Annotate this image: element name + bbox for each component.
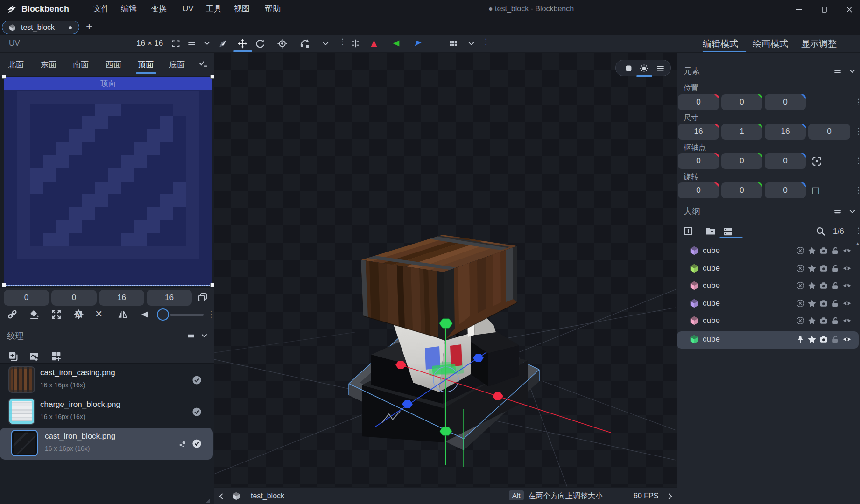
grid-view-icon[interactable]	[448, 38, 458, 49]
texture-row-block-selected[interactable]: cast_iron_block.png 16 x 16px (16x)	[0, 428, 213, 460]
uv-fill-icon[interactable]	[28, 308, 40, 320]
viewport-3d[interactable]	[214, 53, 677, 487]
texture-particles-icon[interactable]	[177, 439, 188, 449]
position-y-input[interactable]: 0	[721, 94, 762, 110]
grid-more-icon[interactable]: ⋮	[482, 38, 490, 46]
autouv-camera-icon[interactable]	[819, 264, 828, 273]
cube-name[interactable]: cube	[703, 246, 720, 255]
outliner-options-icon[interactable]	[833, 207, 842, 217]
uv-x-input[interactable]: 0	[4, 290, 49, 306]
close-button[interactable]	[845, 5, 853, 14]
texture-row-charge[interactable]: charge_iron_block.png 16 x 16px (16x)	[0, 396, 214, 428]
import-texture-icon[interactable]	[28, 350, 40, 362]
outliner-row[interactable]: cube	[677, 278, 859, 294]
face-tab-top[interactable]: 顶面	[138, 59, 154, 70]
autouv-camera-icon[interactable]	[819, 335, 828, 344]
uv-opacity-slider-knob[interactable]	[157, 308, 169, 321]
uv-clear-icon[interactable]: ×	[95, 307, 102, 321]
visibility-eye-icon[interactable]	[842, 281, 852, 290]
uv-maximize-icon[interactable]	[50, 308, 62, 320]
uv-chevron-down-icon[interactable]	[203, 39, 211, 48]
tool-more-icon[interactable]: ⋮	[338, 38, 346, 46]
size-z-input[interactable]: 16	[765, 124, 806, 140]
visibility-eye-icon[interactable]	[842, 299, 852, 308]
cube-name[interactable]: cube	[703, 335, 720, 344]
pivot-x-input[interactable]: 0	[678, 153, 719, 169]
size-y-input[interactable]: 1	[721, 124, 762, 140]
resize-tool[interactable]	[299, 38, 310, 49]
lighting-sun-icon[interactable]	[639, 63, 649, 73]
add-group-icon[interactable]	[705, 225, 716, 237]
texture-enabled-icon[interactable]	[191, 375, 202, 385]
position-x-input[interactable]: 0	[678, 94, 719, 110]
move-tool[interactable]	[237, 38, 248, 49]
pivot-z-input[interactable]: 0	[765, 153, 806, 169]
solid-shading-icon[interactable]	[624, 64, 633, 73]
uv-rotate-icon[interactable]	[139, 309, 149, 320]
autouv-camera-icon[interactable]	[819, 299, 828, 308]
face-tab-east[interactable]: 东面	[41, 59, 56, 70]
grid-chevron-down-icon[interactable]	[467, 39, 476, 48]
x-axis-mirror-icon[interactable]	[369, 38, 379, 49]
export-toggle-icon[interactable]	[796, 299, 805, 308]
pivot-more-icon[interactable]: ⋮	[854, 157, 860, 165]
shade-star-icon[interactable]	[807, 335, 817, 344]
minimize-button[interactable]	[795, 5, 803, 14]
outliner-row[interactable]: cube	[677, 260, 859, 276]
autouv-camera-icon[interactable]	[819, 316, 828, 325]
menu-file[interactable]: 文件	[93, 0, 109, 18]
texture-enabled-icon[interactable]	[191, 438, 202, 449]
pivot-tool[interactable]	[277, 38, 288, 49]
lock-icon[interactable]	[831, 246, 840, 255]
autouv-camera-icon[interactable]	[819, 281, 828, 290]
breadcrumb-back-icon[interactable]	[218, 492, 226, 500]
y-axis-mirror-icon[interactable]	[391, 38, 401, 49]
export-toggle-icon[interactable]	[796, 246, 805, 255]
cube-name[interactable]: cube	[703, 299, 720, 308]
panel-resize-grip[interactable]	[206, 498, 210, 503]
lock-icon[interactable]	[831, 299, 840, 308]
tab-display-mode[interactable]: 显示调整	[801, 38, 837, 50]
pin-icon[interactable]	[796, 335, 805, 344]
uv-options-icon[interactable]	[187, 39, 197, 49]
menu-tools[interactable]: 工具	[206, 0, 222, 18]
vertex-snap-tool[interactable]	[218, 38, 228, 49]
shade-star-icon[interactable]	[807, 246, 817, 255]
cube-name[interactable]: cube	[703, 316, 720, 325]
tab-edit-mode[interactable]: 编辑模式	[703, 38, 738, 50]
rotation-z-input[interactable]: 0	[765, 182, 806, 198]
uv-opacity-slider-track[interactable]	[170, 314, 204, 316]
visibility-eye-icon[interactable]	[842, 316, 852, 325]
rotation-y-input[interactable]: 0	[721, 182, 762, 198]
export-toggle-icon[interactable]	[796, 264, 805, 273]
menu-help[interactable]: 帮助	[265, 0, 281, 18]
export-toggle-icon[interactable]	[796, 281, 805, 290]
lock-icon[interactable]	[831, 281, 840, 290]
shade-star-icon[interactable]	[807, 264, 817, 273]
outliner-row[interactable]: cube	[677, 331, 859, 349]
face-tab-north[interactable]: 北面	[8, 59, 24, 70]
uv-height-input[interactable]: 16	[147, 290, 192, 306]
visibility-eye-icon[interactable]	[842, 335, 852, 344]
viewport-menu-icon[interactable]	[656, 64, 665, 73]
autouv-camera-icon[interactable]	[819, 246, 828, 255]
new-tab-button[interactable]: +	[86, 19, 92, 35]
size-x-input[interactable]: 16	[678, 124, 719, 140]
maximize-button[interactable]	[820, 5, 828, 14]
shade-star-icon[interactable]	[807, 316, 817, 325]
shade-star-icon[interactable]	[807, 281, 817, 290]
tab-paint-mode[interactable]: 绘画模式	[753, 38, 788, 50]
element-collapse-icon[interactable]	[848, 67, 857, 76]
visibility-eye-icon[interactable]	[842, 246, 852, 255]
size-inflate-input[interactable]: 0	[808, 124, 850, 140]
append-texture-icon[interactable]	[50, 350, 62, 362]
face-tab-bottom[interactable]: 底面	[169, 59, 185, 70]
textures-options-icon[interactable]	[186, 331, 196, 341]
rotation-x-input[interactable]: 0	[678, 182, 719, 198]
outliner-view-toggle-icon[interactable]	[722, 225, 734, 238]
uv-canvas[interactable]: 顶面	[4, 77, 212, 286]
add-cube-icon[interactable]	[683, 225, 694, 237]
rotation-marker-icon[interactable]: □	[812, 183, 819, 197]
rotation-more-icon[interactable]: ⋮	[854, 186, 860, 194]
project-tab[interactable]: test_block	[2, 21, 79, 34]
